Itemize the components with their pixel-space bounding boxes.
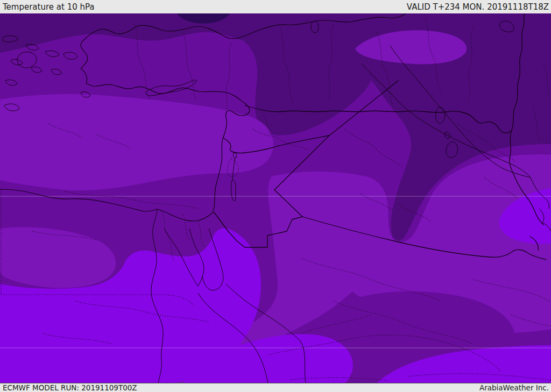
model-run-label: ECMWF MODEL RUN: 20191109T00Z [3, 383, 137, 392]
map-title: Temperature at 10 hPa [3, 2, 95, 12]
footer-bar: ECMWF MODEL RUN: 20191109T00Z ArabiaWeat… [0, 383, 551, 392]
attribution-label: ArabiaWeather Inc. [479, 383, 549, 392]
valid-time-label: VALID T+234 MON. 20191118T18Z [407, 2, 549, 12]
weather-map-viewer: Temperature at 10 hPa VALID T+234 MON. 2… [0, 0, 551, 392]
temperature-map [0, 0, 551, 392]
header-bar: Temperature at 10 hPa VALID T+234 MON. 2… [0, 0, 551, 13]
